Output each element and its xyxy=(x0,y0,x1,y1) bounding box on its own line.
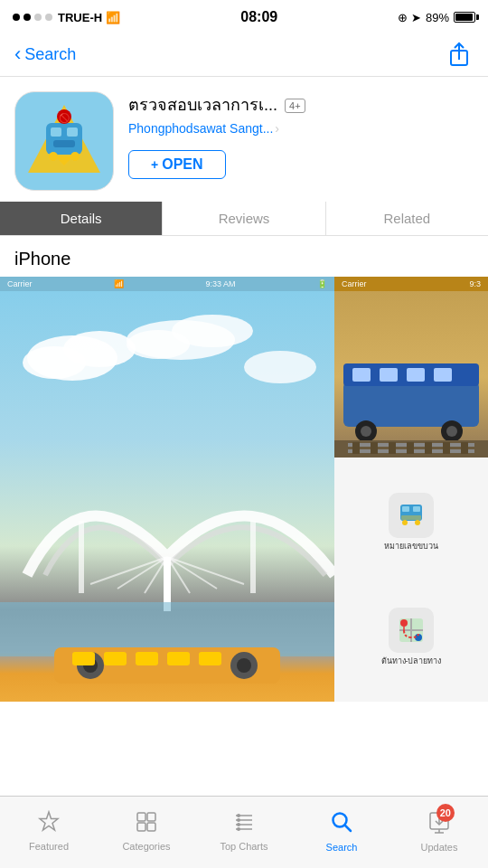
train-number-icon xyxy=(389,493,434,538)
svg-rect-6 xyxy=(53,140,75,147)
svg-point-33 xyxy=(237,658,251,673)
svg-rect-57 xyxy=(425,442,432,454)
screen1-wifi: 📶 xyxy=(114,279,124,288)
tab-featured-label: Featured xyxy=(29,841,69,852)
svg-point-18 xyxy=(244,351,316,383)
svg-rect-45 xyxy=(434,368,452,382)
wifi-icon: 📶 xyxy=(106,11,120,24)
tab-search-label: Search xyxy=(326,842,358,853)
developer-chevron-icon: › xyxy=(275,121,279,136)
battery-label: 89% xyxy=(426,11,449,24)
svg-point-65 xyxy=(415,520,420,525)
svg-point-14 xyxy=(23,346,86,379)
app-developer[interactable]: Phongphodsawat Sangt... › xyxy=(128,121,474,136)
tab-updates-label: Updates xyxy=(421,842,458,853)
svg-point-84 xyxy=(237,814,240,817)
section-label-iphone: iPhone xyxy=(0,236,488,277)
icon2-label: ต้นทาง-ปลายทาง xyxy=(381,655,442,667)
tab-featured[interactable]: Featured xyxy=(0,797,98,868)
tab-search[interactable]: Search xyxy=(293,797,390,868)
svg-rect-38 xyxy=(199,652,221,665)
tab-details[interactable]: Details xyxy=(0,202,163,235)
status-left: TRUE-H 📶 xyxy=(13,11,120,24)
main-content: 🚫 ตรวจสอบเวลาการเ... 4+ Phongphodsawat S… xyxy=(0,77,488,774)
svg-rect-53 xyxy=(352,442,360,454)
svg-rect-40 xyxy=(343,382,479,427)
back-button[interactable]: ‹ Search xyxy=(14,44,76,64)
app-icon-item-1: หมายเลขขบวน xyxy=(384,493,438,552)
svg-rect-43 xyxy=(380,368,398,382)
screenshot-top[interactable]: Carrier 9:3 xyxy=(334,277,488,458)
signal-dot-3 xyxy=(34,14,42,21)
svg-rect-55 xyxy=(389,442,396,454)
status-bar: TRUE-H 📶 08:09 ⊕ ➤ 89% xyxy=(0,0,488,33)
tab-categories[interactable]: Categories xyxy=(98,797,195,868)
screen1-time: 9:33 AM xyxy=(205,279,235,288)
svg-line-27 xyxy=(167,557,244,584)
svg-point-47 xyxy=(361,426,371,437)
svg-rect-63 xyxy=(413,506,420,512)
svg-rect-42 xyxy=(352,368,371,382)
search-icon xyxy=(329,809,354,838)
featured-icon xyxy=(37,810,61,837)
screenshot-secondary: Carrier 9:3 xyxy=(334,277,488,702)
signal-dot-1 xyxy=(13,14,20,21)
svg-point-86 xyxy=(237,823,240,826)
app-name: ตรวจสอบเวลาการเ... xyxy=(128,95,277,116)
svg-point-17 xyxy=(127,330,190,359)
bottom-tab-bar: Featured Categories xyxy=(0,796,488,868)
age-rating: 4+ xyxy=(285,99,305,113)
screenshot-main[interactable]: Carrier 📶 9:33 AM 🔋 xyxy=(0,277,334,702)
svg-rect-56 xyxy=(407,442,414,454)
app-info-section: 🚫 ตรวจสอบเวลาการเ... 4+ Phongphodsawat S… xyxy=(0,77,488,202)
categories-icon xyxy=(135,810,158,837)
svg-rect-44 xyxy=(407,368,425,382)
back-label: Search xyxy=(24,45,76,64)
svg-rect-76 xyxy=(137,813,145,821)
status-time: 08:09 xyxy=(240,9,277,25)
open-plus-icon: + xyxy=(151,157,158,172)
tab-top-charts[interactable]: Top Charts xyxy=(195,797,293,868)
app-icon-item-2: ต้นทาง-ปลายทาง xyxy=(381,608,442,667)
screen2-time: 9:3 xyxy=(469,279,481,288)
svg-rect-77 xyxy=(147,813,155,821)
status-right: ⊕ ➤ 89% xyxy=(398,11,475,24)
tab-updates[interactable]: 20 Updates xyxy=(390,797,488,868)
svg-rect-62 xyxy=(402,506,409,512)
top-charts-icon xyxy=(232,810,256,837)
svg-rect-3 xyxy=(46,123,82,155)
carrier-label: TRUE-H xyxy=(58,11,102,24)
nav-bar: ‹ Search xyxy=(0,33,488,77)
svg-rect-59 xyxy=(461,442,468,454)
svg-rect-78 xyxy=(137,823,145,831)
battery-icon xyxy=(454,12,475,23)
open-label: OPEN xyxy=(162,156,202,173)
svg-line-89 xyxy=(345,825,352,831)
svg-point-64 xyxy=(402,520,408,525)
svg-point-49 xyxy=(446,426,457,437)
updates-badge: 20 xyxy=(436,804,455,822)
svg-rect-58 xyxy=(443,442,450,454)
svg-point-87 xyxy=(237,827,240,831)
screenshot-icons: หมายเลขขบวน xyxy=(334,458,488,702)
signal-dot-2 xyxy=(23,14,31,21)
route-icon xyxy=(389,608,434,653)
svg-text:🚫: 🚫 xyxy=(59,112,70,124)
svg-line-22 xyxy=(90,557,167,584)
tab-top-charts-label: Top Charts xyxy=(220,841,267,852)
svg-point-85 xyxy=(237,818,240,822)
tab-reviews[interactable]: Reviews xyxy=(163,202,325,235)
svg-rect-35 xyxy=(104,652,127,665)
open-button[interactable]: + OPEN xyxy=(128,150,226,179)
icon1-label: หมายเลขขบวน xyxy=(384,540,438,552)
screenshots-row: Carrier 📶 9:33 AM 🔋 xyxy=(0,277,488,702)
share-button[interactable] xyxy=(445,40,474,69)
tab-related[interactable]: Related xyxy=(326,202,488,235)
location-icon: ⊕ ➤ xyxy=(398,11,421,24)
svg-rect-34 xyxy=(72,652,95,665)
svg-rect-54 xyxy=(371,442,378,454)
back-arrow-icon: ‹ xyxy=(14,44,21,64)
svg-rect-36 xyxy=(136,652,158,665)
screen1-battery: 🔋 xyxy=(317,279,327,288)
svg-rect-5 xyxy=(67,127,78,137)
